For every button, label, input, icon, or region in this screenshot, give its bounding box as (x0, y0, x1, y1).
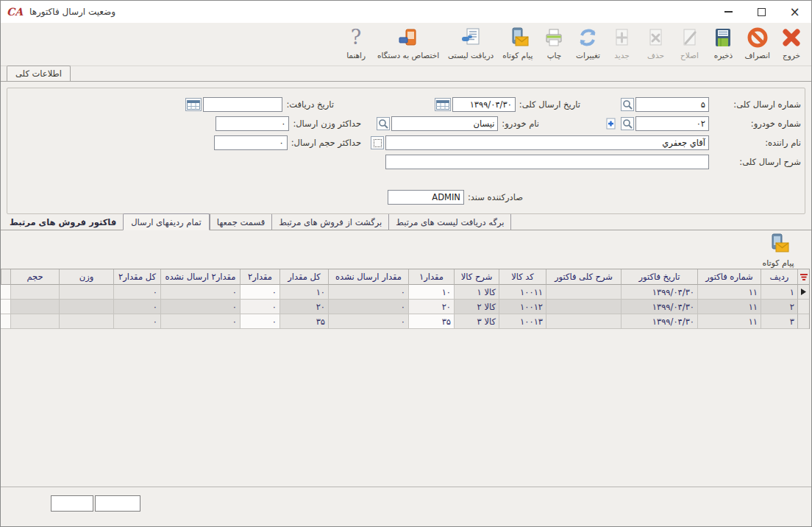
grid-row[interactable]: ۲ ۱۱ ۱۳۹۹/۰۴/۳۰ ۱۰۰۱۲ کالا ۲ ۲۰ ۰ ۲۰ ۰ ۰… (1, 300, 809, 314)
column-header[interactable]: حجم (10, 269, 59, 285)
column-header[interactable]: شماره فاکتور (697, 269, 761, 285)
add-plus-icon (605, 118, 617, 130)
total-send-date-input[interactable]: ۱۳۹۹/۰۴/۳۰ (452, 97, 516, 112)
tab-related-receive-list-sheets[interactable]: برگه دریافت لیست های مرتبط (388, 214, 511, 230)
total-send-description-label: شرح ارسال کلی: (709, 157, 801, 167)
grid-row-filler (1, 314, 10, 329)
grid-row[interactable]: ۱ ۱۱ ۱۳۹۹/۰۴/۳۰ ۱۰۰۱۱ کالا ۱ ۱۰ ۰ ۱۰ ۰ ۰… (1, 285, 809, 300)
grid-cell: ۱۳۹۹/۰۴/۳۰ (621, 314, 697, 329)
tab-all-send-rows[interactable]: تمام ردیفهای ارسال (123, 213, 210, 230)
new-button: جدید (605, 24, 638, 60)
tab-totals-section[interactable]: قسمت جمعها (210, 214, 271, 230)
grid-filter-cell[interactable] (797, 269, 809, 285)
grid-header-filler (1, 269, 10, 285)
column-header[interactable]: مقدار۲ (240, 269, 279, 285)
document-issuer-label: صادرکننده سند: (464, 192, 523, 202)
receive-list-button[interactable]: دریافت لیستی (444, 24, 498, 60)
vehicle-number-search-button[interactable] (621, 117, 634, 130)
column-header[interactable]: شرح کلی فاکتور (546, 269, 621, 285)
app-logo: CA (7, 7, 23, 17)
field-total-send-date: تاریخ ارسال کلی: ۱۳۹۹/۰۴/۳۰ (433, 97, 580, 112)
field-driver-name: نام راننده: آقاي جعفري (369, 135, 801, 150)
grid-cell[interactable]: ۲۰ (408, 300, 454, 314)
column-header[interactable]: شرح کالا (454, 269, 499, 285)
changes-button[interactable]: تغییرات (571, 24, 605, 60)
assign-device-button[interactable]: اختصاص به دستگاه (373, 24, 444, 60)
total-send-number-search-button[interactable] (621, 98, 634, 111)
tab-related-sales-returns[interactable]: برگشت از فروش های مرتبط (271, 214, 388, 230)
max-send-weight-input[interactable]: ۰ (216, 116, 289, 131)
current-row-marker-icon (801, 289, 806, 295)
grid-cell (59, 285, 113, 300)
save-button[interactable]: ذخیره (706, 24, 740, 60)
title-bar: CA وضعیت ارسال فاکتورها × (1, 1, 811, 23)
column-header[interactable]: مقدار ارسال نشده (328, 269, 408, 285)
vehicle-name-input[interactable]: نیسان (391, 116, 498, 131)
total-send-number-input[interactable]: ۵ (635, 97, 709, 112)
column-header[interactable]: وزن (59, 269, 113, 285)
grid-cell: ۱۳۹۹/۰۴/۳۰ (621, 285, 697, 300)
vehicle-add-button[interactable] (605, 117, 618, 130)
vehicle-name-search-button[interactable] (377, 117, 390, 130)
receive-date-calendar-button[interactable] (185, 98, 202, 111)
column-header[interactable]: کل مقدار (279, 269, 328, 285)
sms-button[interactable]: پیام کوتاه (498, 24, 537, 60)
column-header[interactable]: مقدار۱ (408, 269, 454, 285)
tab-general-info[interactable]: اطلاعات کلی (7, 66, 71, 81)
grid-row[interactable]: ۳ ۱۱ ۱۳۹۹/۰۴/۳۰ ۱۰۰۱۳ کالا ۳ ۳۵ ۰ ۳۵ ۰ ۰… (1, 314, 809, 329)
driver-name-input[interactable]: آقاي جعفري (385, 135, 709, 150)
document-issuer-input[interactable]: ADMIN (388, 190, 464, 205)
grid-cell: ۰ (328, 300, 408, 314)
search-icon (378, 119, 388, 129)
column-header[interactable]: کد کالا (499, 269, 546, 285)
maximize-button[interactable] (745, 1, 778, 23)
column-header[interactable]: ردیف (761, 269, 797, 285)
calendar-icon (436, 100, 449, 110)
question-mark-icon: ? (343, 25, 368, 50)
search-icon (622, 119, 633, 129)
max-send-volume-label: حداکثر حجم ارسال: (288, 138, 361, 148)
driver-name-lookup-button[interactable] (371, 136, 384, 149)
close-button[interactable]: × (778, 1, 811, 23)
total-send-description-input[interactable] (385, 155, 709, 169)
receive-date-label: تاریخ دریافت: (282, 99, 334, 110)
grid-cell[interactable]: ۱۰ (408, 285, 454, 300)
field-vehicle-name: نام خودرو: نیسان (375, 116, 539, 131)
max-send-volume-input[interactable]: ۰ (214, 135, 288, 150)
grid-cell[interactable]: ۰ (240, 285, 279, 300)
grid-cell[interactable]: ۳۵ (408, 314, 454, 329)
general-tabbar: اطلاعات کلی (1, 66, 811, 82)
column-header[interactable]: تاریخ فاکتور (621, 269, 697, 285)
sms-shortcut-button[interactable]: پیام کوتاه (751, 233, 805, 268)
receive-date-input[interactable] (203, 97, 282, 112)
help-button[interactable]: ? راهنما (339, 24, 373, 60)
minimize-button[interactable] (712, 1, 745, 23)
vehicle-number-input[interactable]: ۰۲ (635, 116, 709, 131)
grid-cell: ۰ (160, 300, 240, 314)
window-title: وضعیت ارسال فاکتورها (29, 7, 115, 17)
grid-cell[interactable]: ۰ (240, 300, 279, 314)
new-document-icon (609, 25, 634, 50)
row-selector[interactable] (797, 285, 809, 300)
grid-cell: ۰ (328, 285, 408, 300)
row-selector[interactable] (797, 314, 809, 329)
column-header[interactable]: کل مقدار۲ (113, 269, 160, 285)
column-header[interactable]: مقدار۲ ارسال نشده (160, 269, 240, 285)
total-send-date-calendar-button[interactable] (435, 98, 451, 111)
grid-cell: ۳ (761, 314, 797, 329)
footer-input-2[interactable] (95, 495, 140, 512)
grid-cell (546, 285, 621, 300)
grid-cell[interactable]: ۰ (240, 314, 279, 329)
row-selector[interactable] (797, 300, 809, 314)
print-button[interactable]: چاپ (537, 24, 571, 60)
grid-cell: ۱۱ (697, 314, 761, 329)
field-receive-date: تاریخ دریافت: (184, 97, 334, 112)
grid-cell (546, 300, 621, 314)
tab-related-sales-invoices[interactable]: فاکتور فروش های مرتبط (3, 214, 123, 230)
cancel-button[interactable]: انصراف (740, 24, 774, 60)
main-toolbar: خروج انصراف ذخیره اصلاح حذف جدید تغییرات (1, 23, 811, 66)
device-icon (396, 25, 421, 50)
footer-input-1[interactable] (51, 495, 93, 512)
exit-button[interactable]: خروج (774, 24, 808, 60)
delete-icon (643, 25, 668, 50)
